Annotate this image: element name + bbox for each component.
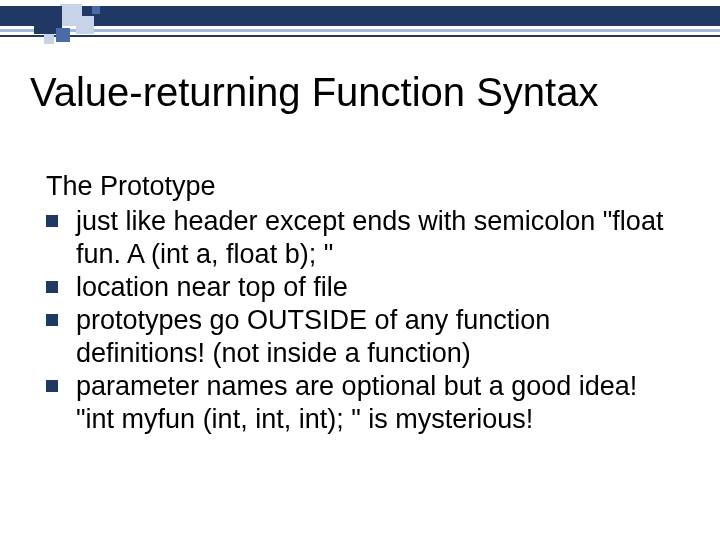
list-item: prototypes go OUTSIDE of any function de…	[46, 304, 680, 370]
bullet-text: just like header except ends with semico…	[76, 206, 663, 269]
bullet-text: prototypes go OUTSIDE of any function de…	[76, 305, 550, 368]
slide-title: Value-returning Function Syntax	[30, 70, 690, 115]
bullet-list: just like header except ends with semico…	[46, 205, 680, 436]
deco-square-icon	[44, 34, 54, 44]
deco-square-icon	[56, 28, 70, 42]
bullet-square-icon	[46, 281, 58, 293]
bullet-square-icon	[46, 215, 58, 227]
slide-body: The Prototype just like header except en…	[46, 170, 680, 436]
slide: Value-returning Function Syntax The Prot…	[0, 0, 720, 540]
bullet-square-icon	[46, 314, 58, 326]
header-squares	[34, 6, 122, 46]
bullet-text: parameter names are optional but a good …	[76, 371, 637, 434]
deco-square-icon	[92, 6, 100, 14]
list-item: just like header except ends with semico…	[46, 205, 680, 271]
list-item: parameter names are optional but a good …	[46, 370, 680, 436]
section-heading: The Prototype	[46, 170, 680, 203]
header-decoration	[0, 0, 720, 44]
bullet-text: location near top of file	[76, 272, 348, 302]
deco-square-icon	[76, 16, 94, 34]
list-item: location near top of file	[46, 271, 680, 304]
bullet-square-icon	[46, 380, 58, 392]
